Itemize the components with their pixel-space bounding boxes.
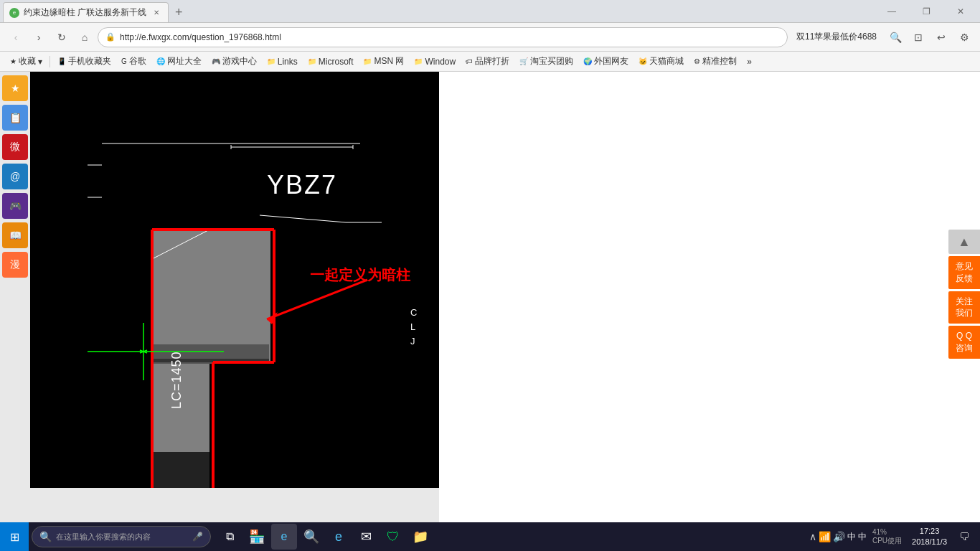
mobile-icon: 📱 (57, 57, 66, 65)
taobao-icon: 🛒 (519, 57, 528, 65)
sidebar-icon-star[interactable]: ★ (2, 75, 28, 101)
folder-icon-win: 📁 (414, 57, 423, 65)
taskbar-files-btn[interactable]: 📁 (407, 524, 433, 550)
taskbar-pinned-icons: ⧉ 🏪 e 🔍 e ✉ 🛡 📁 (214, 524, 436, 550)
page-content-area: ★ 📋 微 @ 🎮 📖 漫 (0, 72, 980, 522)
system-tray: ∧ 📶 🔊 中 中 41% CPU使用 17:23 2018/11/3 🗨 (804, 526, 980, 548)
windows-icon: ⊞ (10, 530, 19, 544)
bookmark-control[interactable]: ⚙ 精准控制 (689, 54, 741, 70)
taskbar-360safe-btn[interactable]: 🛡 (380, 524, 406, 550)
bookmark-links[interactable]: 📁 Links (263, 54, 302, 70)
taskbar-search-box[interactable]: 🔍 在这里输入你要搜索的内容 🎤 (32, 526, 211, 547)
tray-volume-icon[interactable]: 🔊 (833, 531, 845, 542)
bookmark-label: 收藏 (19, 55, 36, 67)
qq-btn[interactable]: Q Q咨询 (948, 326, 980, 359)
start-btn[interactable]: ⊞ (0, 522, 29, 551)
bookmark-taobao[interactable]: 🛒 淘宝买团购 (515, 54, 578, 70)
bookmark-more[interactable]: » (743, 54, 756, 70)
tray-ime-icon[interactable]: 中 (847, 531, 856, 543)
url-icon: 🌐 (156, 57, 165, 65)
bookmark-discount[interactable]: 🏷 品牌打折 (461, 54, 514, 70)
svg-text:J: J (410, 336, 415, 347)
active-tab[interactable]: e 约束边缘暗柱 广联达服务新干线 ✕ (3, 2, 169, 22)
tray-ime2-icon[interactable]: 中 (858, 531, 867, 543)
tray-clock[interactable]: 17:23 2018/11/3 (908, 526, 951, 548)
title-bar-controls: — ❐ ✕ (875, 1, 977, 22)
new-tab-btn[interactable]: + (169, 2, 189, 22)
taskbar-browser-btn[interactable]: e (271, 524, 297, 550)
refresh-btn[interactable]: ↻ (52, 27, 72, 47)
home-btn[interactable]: ⌂ (75, 27, 95, 47)
svg-text:C: C (410, 307, 417, 318)
title-bar: e 约束边缘暗柱 广联达服务新干线 ✕ + — ❐ ✕ (0, 0, 980, 23)
address-bar[interactable]: 🔒 http://e.fwxgx.com/question_1976868.ht… (98, 27, 788, 47)
sidebar-icon-game[interactable]: 🎮 (2, 193, 28, 219)
right-floating-btns: ▲ 意见反馈 关注我们 Q Q咨询 (948, 230, 980, 359)
refresh-page-btn[interactable]: ↩ (931, 27, 951, 47)
taskbar-mail-btn[interactable]: ✉ (353, 524, 379, 550)
taskbar: ⊞ 🔍 在这里输入你要搜索的内容 🎤 ⧉ 🏪 e 🔍 e ✉ 🛡 📁 (0, 522, 980, 551)
notification-icon: 🗨 (959, 531, 969, 542)
sidebar-icon-email[interactable]: @ (2, 164, 28, 189)
annotation-text: 一起定义为暗柱 (310, 265, 410, 285)
bookmark-sep-1 (50, 56, 50, 67)
sidebar-icon-book[interactable]: 📖 (2, 222, 28, 248)
folder-icon-msn: 📁 (363, 57, 372, 65)
bookmark-google-label: 谷歌 (129, 55, 146, 67)
taskbar-store-btn[interactable]: 🏪 (244, 524, 270, 550)
bookmark-window-label: Window (425, 57, 456, 67)
bookmark-mobile[interactable]: 📱 手机收藏夹 (53, 54, 116, 70)
clock-date: 2018/11/3 (912, 537, 947, 547)
notification-center-btn[interactable]: 🗨 (954, 527, 974, 547)
cpu-percent: 41% (872, 528, 902, 536)
right-content-area (439, 72, 980, 522)
tab-favicon: e (9, 8, 19, 18)
bookmark-tmall[interactable]: 🐱 天猫商城 (634, 54, 688, 70)
bookmark-msn[interactable]: 📁 MSN 网 (359, 54, 408, 70)
follow-btn[interactable]: 关注我们 (948, 291, 980, 324)
taskbar-task-view-btn[interactable]: ⧉ (217, 524, 242, 550)
bookmark-links-label: Links (278, 57, 298, 67)
sidebar-icon-weibo[interactable]: 微 (2, 134, 28, 160)
bookmark-microsoft[interactable]: 📁 Microsoft (303, 54, 358, 70)
sidebar-icon-manga[interactable]: 漫 (2, 252, 28, 278)
feedback-btn[interactable]: 意见反馈 (948, 256, 980, 289)
tray-chevron-icon[interactable]: ∧ (809, 531, 816, 542)
games-icon: 🎮 (212, 57, 220, 65)
tab-close-btn[interactable]: ✕ (151, 7, 162, 19)
bookmark-games[interactable]: 🎮 游戏中心 (207, 54, 261, 70)
bookmark-games-label: 游戏中心 (222, 55, 257, 67)
tab-title: 约束边缘暗柱 广联达服务新干线 (24, 6, 146, 19)
settings-btn[interactable]: ⚙ (954, 27, 974, 47)
search-hotkey-btn[interactable]: 双11苹果最低价4688 (791, 27, 882, 47)
search-btn[interactable]: 🔍 (885, 27, 905, 47)
taskbar-ie-btn[interactable]: e (326, 524, 352, 550)
bookmark-urls[interactable]: 🌐 网址大全 (152, 54, 206, 70)
bookmark-foreign[interactable]: 🌍 外国网友 (579, 54, 633, 70)
bookmark-favorites[interactable]: ★ 收藏 ▾ (6, 54, 47, 70)
tray-icons-area: ∧ 📶 🔊 中 中 (809, 531, 867, 543)
back-btn[interactable]: ‹ (6, 27, 26, 47)
compat-btn[interactable]: ⊡ (908, 27, 928, 47)
svg-rect-14 (152, 452, 209, 488)
tray-network-icon[interactable]: 📶 (819, 531, 831, 542)
bookmark-urls-label: 网址大全 (167, 55, 202, 67)
bookmark-taobao-label: 淘宝买团购 (530, 55, 573, 67)
browser-frame: e 约束边缘暗柱 广联达服务新干线 ✕ + — ❐ ✕ ‹ › ↻ ⌂ 🔒 ht… (0, 0, 980, 551)
page-body: YBZ7 (30, 72, 980, 522)
bookmark-google[interactable]: G 谷歌 (117, 54, 151, 70)
minimize-btn[interactable]: — (875, 1, 908, 22)
nav-extra-area: 双11苹果最低价4688 🔍 ⊡ ↩ ⚙ (791, 27, 974, 47)
sidebar-icon-notes[interactable]: 📋 (2, 105, 28, 131)
bookmark-discount-label: 品牌打折 (475, 55, 509, 67)
restore-btn[interactable]: ❐ (910, 1, 943, 22)
close-btn[interactable]: ✕ (944, 1, 977, 22)
bookmark-window[interactable]: 📁 Window (410, 54, 460, 70)
bookmark-mobile-label: 手机收藏夹 (68, 55, 111, 67)
bookmark-foreign-label: 外国网友 (594, 55, 628, 67)
forward-btn[interactable]: › (29, 27, 49, 47)
mic-icon[interactable]: 🎤 (192, 532, 203, 542)
taskbar-360-btn[interactable]: 🔍 (298, 524, 324, 550)
scroll-top-btn[interactable]: ▲ (948, 230, 980, 254)
chevron-icon: ▾ (38, 57, 42, 67)
